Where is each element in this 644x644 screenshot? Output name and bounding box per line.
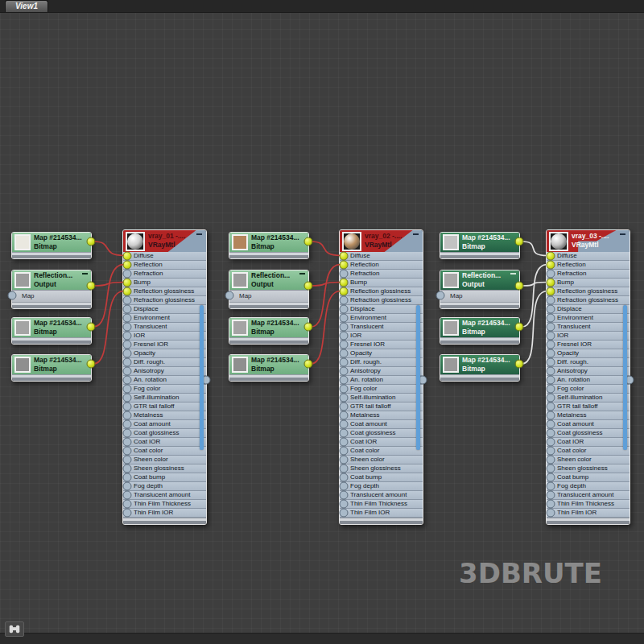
param-row-fog-color[interactable]: Fog color [547,385,630,394]
collapse-icon[interactable] [196,233,202,235]
material-node-header[interactable]: vray_03 -....VRayMtl [547,230,630,252]
param-row-displace[interactable]: Displace [547,305,630,314]
param-row-metalness[interactable]: Metalness [547,411,630,420]
map-node-output[interactable]: Reflection...OutputMap [11,270,92,309]
param-row-coat-amount[interactable]: Coat amount [123,420,206,429]
param-row-ior[interactable]: IOR [123,332,206,341]
param-row-reflection[interactable]: Reflection [547,261,630,270]
param-row-diff-rough-[interactable]: Diff. rough. [547,358,630,367]
param-row-metalness[interactable]: Metalness [340,411,423,420]
param-row-fog-color[interactable]: Fog color [123,385,206,394]
pan-tool-button[interactable] [5,621,24,637]
map-node-bitmap[interactable]: Map #214534...Bitmap [440,232,520,259]
param-row-coat-color[interactable]: Coat color [340,447,423,456]
param-row-coat-bump[interactable]: Coat bump [123,473,206,482]
param-row-ior[interactable]: IOR [547,332,630,341]
material-node-vraymtl[interactable]: vray_01 -....VRayMtlDiffuseReflectionRef… [122,229,207,525]
map-node-header[interactable]: Map #214534...Bitmap [440,233,519,252]
param-row-environment[interactable]: Environment [123,314,206,323]
map-input-slot[interactable]: Map [229,290,308,302]
map-node-header[interactable]: Map #214534...Bitmap [12,318,91,337]
map-node-bitmap[interactable]: Map #214534...Bitmap [440,354,520,382]
param-row-gtr-tail-falloff[interactable]: GTR tail falloff [123,402,206,411]
param-row-refraction[interactable]: Refraction [547,270,630,279]
param-row-translucent[interactable]: Translucent [340,323,423,332]
param-row-an-rotation[interactable]: An. rotation [123,376,206,385]
param-row-diff-rough-[interactable]: Diff. rough. [340,358,423,367]
param-row-ior[interactable]: IOR [340,332,423,341]
param-row-refraction-glossiness[interactable]: Refraction glossiness [547,296,630,305]
param-row-coat-bump[interactable]: Coat bump [547,473,630,482]
map-node-bitmap[interactable]: Map #214534...Bitmap [229,354,309,382]
param-row-displace[interactable]: Displace [123,305,206,314]
material-node-header[interactable]: vray_02 -....VRayMtl [340,230,423,252]
collapse-icon[interactable] [299,273,305,275]
material-node-vraymtl[interactable]: vray_03 -....VRayMtlDiffuseReflectionRef… [546,229,630,525]
collapse-icon[interactable] [413,233,419,235]
param-row-reflection-glossiness[interactable]: Reflection glossiness [340,287,423,296]
param-row-translucent[interactable]: Translucent [547,323,630,332]
param-row-anisotropy[interactable]: Anisotropy [123,367,206,376]
param-row-fresnel-ior[interactable]: Fresnel IOR [547,341,630,349]
param-row-fresnel-ior[interactable]: Fresnel IOR [340,341,423,349]
param-row-opacity[interactable]: Opacity [547,349,630,358]
tab-view1[interactable]: View1 [5,0,48,12]
param-row-coat-bump[interactable]: Coat bump [340,473,423,482]
param-row-translucent[interactable]: Translucent [123,323,206,332]
param-row-opacity[interactable]: Opacity [123,349,206,358]
param-row-displace[interactable]: Displace [340,305,423,314]
param-row-bump[interactable]: Bump [547,279,630,287]
param-row-coat-amount[interactable]: Coat amount [340,420,423,429]
param-row-sheen-color[interactable]: Sheen color [547,456,630,464]
param-row-self-illumination[interactable]: Self-illumination [340,394,423,402]
param-row-coat-ior[interactable]: Coat IOR [340,438,423,447]
param-row-thin-film-ior[interactable]: Thin Film IOR [547,509,630,518]
param-row-coat-ior[interactable]: Coat IOR [547,438,630,447]
param-row-coat-color[interactable]: Coat color [123,447,206,456]
map-node-header[interactable]: Map #214534...Bitmap [12,355,91,374]
param-row-sheen-color[interactable]: Sheen color [123,456,206,464]
param-row-coat-glossiness[interactable]: Coat glossiness [123,429,206,438]
map-node-header[interactable]: Map #214534...Bitmap [440,318,519,337]
param-row-anisotropy[interactable]: Anisotropy [547,367,630,376]
param-row-translucent-amount[interactable]: Translucent amount [340,491,423,500]
param-row-coat-ior[interactable]: Coat IOR [123,438,206,447]
param-row-bump[interactable]: Bump [340,279,423,287]
param-row-sheen-glossiness[interactable]: Sheen glossiness [340,464,423,473]
map-input-slot[interactable]: Map [12,290,91,302]
param-row-gtr-tail-falloff[interactable]: GTR tail falloff [340,402,423,411]
param-row-an-rotation[interactable]: An. rotation [547,376,630,385]
map-node-header[interactable]: Map #214534...Bitmap [229,233,308,252]
map-node-header[interactable]: Reflection...Output [229,270,308,290]
map-node-header[interactable]: Map #214534...Bitmap [12,233,91,252]
map-node-bitmap[interactable]: Map #214534...Bitmap [440,317,520,345]
param-row-fog-depth[interactable]: Fog depth [123,482,206,491]
material-node-header[interactable]: vray_01 -....VRayMtl [123,230,206,252]
param-row-reflection[interactable]: Reflection [123,261,206,270]
param-row-refraction[interactable]: Refraction [340,270,423,279]
param-row-coat-color[interactable]: Coat color [547,447,630,456]
material-node-vraymtl[interactable]: vray_02 -....VRayMtlDiffuseReflectionRef… [339,229,423,525]
param-row-environment[interactable]: Environment [340,314,423,323]
param-row-fog-color[interactable]: Fog color [340,385,423,394]
map-input-slot[interactable]: Map [440,290,519,302]
map-node-header[interactable]: Map #214534...Bitmap [229,318,308,337]
param-row-reflection-glossiness[interactable]: Reflection glossiness [123,287,206,296]
map-node-bitmap[interactable]: Map #214534...Bitmap [11,354,92,382]
param-row-coat-amount[interactable]: Coat amount [547,420,630,429]
param-row-sheen-color[interactable]: Sheen color [340,456,423,464]
param-row-fog-depth[interactable]: Fog depth [547,482,630,491]
param-row-diff-rough-[interactable]: Diff. rough. [123,358,206,367]
param-row-gtr-tail-falloff[interactable]: GTR tail falloff [547,402,630,411]
param-row-thin-film-thickness[interactable]: Thin Film Thickness [340,500,423,509]
map-node-output[interactable]: Reflection...OutputMap [229,270,309,309]
map-node-bitmap[interactable]: Map #214534...Bitmap [229,232,309,259]
param-row-an-rotation[interactable]: An. rotation [340,376,423,385]
param-row-translucent-amount[interactable]: Translucent amount [547,491,630,500]
map-node-bitmap[interactable]: Map #214534...Bitmap [11,317,92,345]
param-row-thin-film-ior[interactable]: Thin Film IOR [340,509,423,518]
param-row-thin-film-ior[interactable]: Thin Film IOR [123,509,206,518]
param-row-coat-glossiness[interactable]: Coat glossiness [547,429,630,438]
param-row-refraction[interactable]: Refraction [123,270,206,279]
param-row-thin-film-thickness[interactable]: Thin Film Thickness [547,500,630,509]
